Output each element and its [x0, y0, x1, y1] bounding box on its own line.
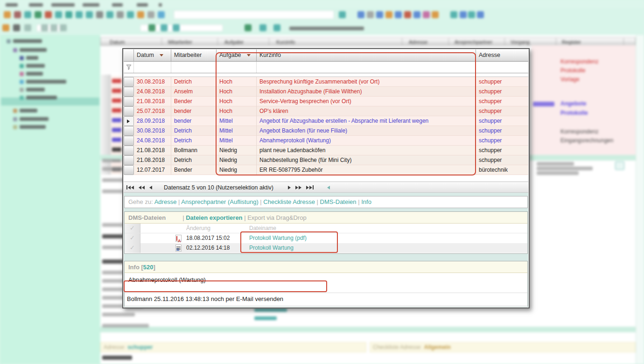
- toolbar-icon[interactable]: [259, 24, 266, 31]
- task-row[interactable]: 21.08.2018BollmannNiedrigplant neue Lade…: [124, 146, 528, 155]
- toolbar-icon[interactable]: [45, 11, 52, 18]
- task-row[interactable]: 21.08.2018BenderHochService-Vertrag besp…: [124, 97, 528, 106]
- toolbar-icon[interactable]: [450, 11, 457, 18]
- task-row[interactable]: 30.08.2018DetrichHochBesprechung künftig…: [124, 77, 528, 87]
- toolbar-icon[interactable]: [50, 24, 57, 31]
- toolbar-icon[interactable]: [385, 11, 392, 18]
- background-register-link[interactable]: Korrespondenz: [560, 58, 598, 65]
- menu-item[interactable]: [112, 3, 123, 7]
- background-register-link[interactable]: Vorlage: [560, 76, 580, 83]
- task-row[interactable]: 21.08.2018DetrichNiedrigNachbestellung B…: [124, 155, 528, 165]
- menu-item[interactable]: [6, 3, 18, 7]
- nav-next-button[interactable]: [288, 184, 291, 191]
- tree-item[interactable]: [20, 109, 37, 112]
- background-register-link[interactable]: Korrespondenz: [560, 128, 598, 135]
- dms-file-name[interactable]: Protokoll Wartung: [247, 243, 527, 253]
- toolbar-icon[interactable]: [55, 11, 62, 18]
- gehe-zu-link-dms-dateien[interactable]: DMS-Dateien: [320, 198, 357, 205]
- toolbar-icon[interactable]: [367, 11, 374, 18]
- toolbar-icon[interactable]: [2, 24, 9, 31]
- background-register-link[interactable]: Eingangsrechnungen: [560, 137, 613, 144]
- task-row[interactable]: 12.07.2017BenderNiedrigER RE-5087795 Zub…: [124, 165, 528, 175]
- toolbar-icon[interactable]: [161, 24, 168, 31]
- menu-item[interactable]: [159, 3, 162, 7]
- filter-cell-kurzinfo[interactable]: [257, 62, 476, 73]
- filter-cell-adresse[interactable]: [476, 62, 528, 73]
- nav-next-page-button[interactable]: [295, 184, 301, 191]
- toolbar-icon[interactable]: [106, 11, 113, 18]
- task-row[interactable]: 25.07.2018benderHochOP's klärenschupper: [124, 106, 528, 116]
- gehe-zu-link-ansprechpartner-auflistung-[interactable]: Ansprechpartner (Auflistung): [181, 198, 258, 205]
- task-row[interactable]: 24.08.2018DetrichMittelAbnahmeprotokoll …: [124, 136, 528, 146]
- column-header-datum[interactable]: Datum: [134, 49, 171, 62]
- column-header-mitarbeiter[interactable]: Mitarbeiter: [171, 49, 217, 62]
- dms-export-link[interactable]: Dateien exportieren: [186, 214, 242, 221]
- background-register-link[interactable]: Protokolle: [560, 110, 588, 116]
- tree-item[interactable]: [20, 125, 46, 129]
- toolbar-icon[interactable]: [14, 11, 21, 18]
- toolbar-icon[interactable]: [245, 24, 252, 31]
- toolbar-icon[interactable]: [60, 24, 67, 31]
- tree-item[interactable]: [26, 96, 57, 99]
- menu-item[interactable]: [83, 3, 99, 7]
- toolbar-icon[interactable]: [158, 11, 165, 18]
- toolbar-icon[interactable]: [357, 11, 364, 18]
- toolbar-icon[interactable]: [41, 24, 48, 31]
- toolbar-icon[interactable]: [432, 11, 439, 18]
- dms-file-row[interactable]: ✓ 18.08.2017 15:02 Protokoll Wartung (pd…: [125, 233, 527, 243]
- toolbar-icon[interactable]: [127, 11, 134, 18]
- tree-item[interactable]: [26, 80, 66, 84]
- toolbar-icon[interactable]: [395, 11, 402, 18]
- tree-item[interactable]: [20, 48, 47, 52]
- dms-file-row[interactable]: ✓ 02.12.2016 14:18 Protokoll Wartung: [125, 243, 527, 253]
- nav-prev-button[interactable]: [149, 184, 152, 191]
- task-row[interactable]: 30.08.2018DetrichMittelAngebot Backofen …: [124, 126, 528, 136]
- toolbar-icon[interactable]: [468, 11, 475, 18]
- gehe-zu-link-adresse[interactable]: Adresse: [154, 198, 177, 205]
- toolbar-icon[interactable]: [24, 11, 31, 18]
- filter-cell-mitarbeiter[interactable]: [171, 62, 217, 73]
- gehe-zu-link-checkliste-adresse[interactable]: Checkliste Adresse: [263, 198, 315, 205]
- toolbar-icon[interactable]: [423, 11, 430, 18]
- toolbar-icon[interactable]: [76, 11, 83, 18]
- toolbar-icon[interactable]: [24, 24, 31, 31]
- toolbar-icon[interactable]: [477, 11, 484, 18]
- toolbar-icon[interactable]: [96, 11, 103, 18]
- menu-item[interactable]: [137, 3, 148, 7]
- toolbar-icon[interactable]: [147, 11, 154, 18]
- column-header-kurzinfo[interactable]: Kurzinfo: [257, 49, 476, 62]
- toolbar-icon[interactable]: [413, 11, 420, 18]
- column-header-aufgabe[interactable]: Aufgabe: [217, 49, 257, 62]
- scrollbar-area[interactable]: [636, 35, 644, 364]
- toolbar-icon[interactable]: [376, 11, 383, 18]
- column-header-adresse[interactable]: Adresse: [476, 49, 528, 62]
- nav-last-button[interactable]: [306, 184, 314, 191]
- toolbar-icon[interactable]: [339, 11, 346, 18]
- tree-item[interactable]: [26, 64, 45, 68]
- tree-item[interactable]: [26, 56, 38, 60]
- tree-item[interactable]: [26, 88, 45, 91]
- toolbar-icon[interactable]: [13, 24, 20, 31]
- nav-first-button[interactable]: [126, 184, 134, 191]
- toolbar-icon[interactable]: [404, 11, 411, 18]
- background-register-link[interactable]: Protokolle: [560, 67, 585, 74]
- toolbar-icon[interactable]: [148, 24, 155, 31]
- filter-cell-datum[interactable]: [134, 62, 171, 73]
- nav-collapse-button[interactable]: [327, 184, 330, 191]
- toolbar-icon[interactable]: [65, 11, 72, 18]
- menu-item[interactable]: [51, 3, 75, 7]
- toolbar-icon[interactable]: [173, 24, 180, 31]
- gehe-zu-link-info[interactable]: Info: [361, 198, 371, 205]
- background-register-link[interactable]: Angebote: [560, 100, 586, 107]
- tree-item[interactable]: [20, 117, 49, 121]
- toolbar-icon[interactable]: [460, 11, 467, 18]
- task-row[interactable]: 24.08.2018AnselmHochInstallation Abzugsh…: [124, 87, 528, 97]
- menu-item[interactable]: [29, 3, 43, 7]
- filter-icon-cell[interactable]: [124, 62, 134, 73]
- toolbar-icon[interactable]: [4, 11, 11, 18]
- toolbar-icon[interactable]: [35, 11, 42, 18]
- tree-item[interactable]: [26, 72, 43, 76]
- toolbar-icon[interactable]: [137, 11, 144, 18]
- tree-item[interactable]: [13, 39, 42, 43]
- toolbar-icon[interactable]: [117, 11, 124, 18]
